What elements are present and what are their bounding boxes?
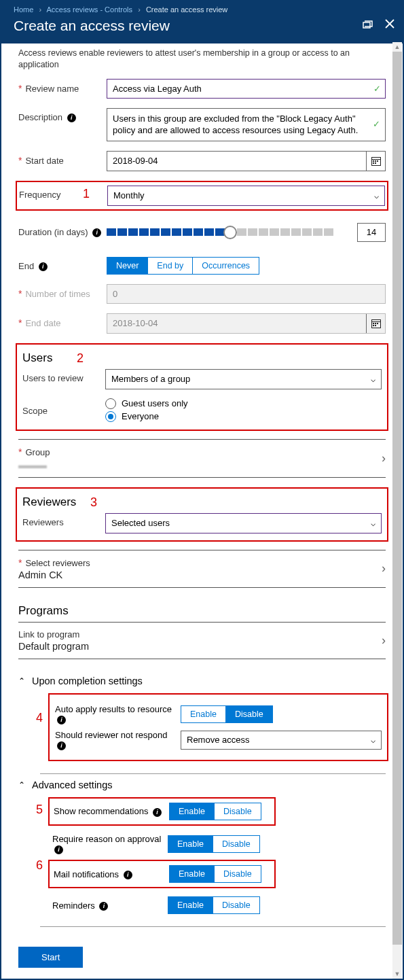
end-endby-button[interactable]: End by [147,257,193,275]
svg-rect-1 [365,21,372,27]
chevron-down-icon: ⌵ [371,519,375,528]
require-reason-label: Require reason on approval i [52,834,168,854]
advanced-settings-toggle[interactable]: ⌃ Advanced settings [18,780,386,790]
start-date-input[interactable] [107,151,386,171]
reviewers-heading: Reviewers 3 [22,495,382,509]
info-icon[interactable]: i [92,228,101,237]
auto-apply-disable-button[interactable]: Disable [225,705,273,723]
breadcrumb-current: Create an access review [146,5,227,14]
scope-everyone-radio[interactable]: Everyone [105,411,382,422]
duration-label: Duration (in days) i [18,223,107,237]
reviewers-label: Reviewers [22,513,105,527]
reminders-disable-button[interactable]: Disable [213,896,260,914]
info-icon[interactable]: i [67,113,76,122]
reminders-enable-button[interactable]: Enable [168,896,213,914]
slider-thumb[interactable] [223,226,237,239]
end-occurrences-button[interactable]: Occurrences [192,257,259,275]
window: Home › Access reviews - Controls › Creat… [0,0,404,980]
duration-value-input[interactable] [357,223,386,242]
not-respond-select[interactable]: Remove access ⌵ [181,731,382,750]
info-icon[interactable]: i [124,871,132,879]
end-date-field [107,314,366,332]
mail-disable-button[interactable]: Disable [214,865,261,883]
programs-heading: Programs [18,604,386,618]
info-icon[interactable]: i [39,262,48,271]
description-input[interactable]: Users in this group are excluded from th… [107,108,386,141]
info-icon[interactable]: i [153,808,162,817]
close-icon[interactable] [385,19,394,29]
group-value: ▬▬▬ [18,459,382,470]
svg-rect-8 [377,160,378,162]
breadcrumb-controls[interactable]: Access reviews - Controls [47,5,133,14]
require-reason-disable-button[interactable]: Disable [213,835,260,853]
scrollbar-thumb[interactable] [392,52,402,945]
breadcrumb-home[interactable]: Home [14,5,33,14]
chevron-right-icon: › [382,633,386,648]
auto-apply-label: Auto apply results to resource i [55,704,181,724]
chevron-down-icon: ⌵ [371,374,375,384]
group-selector[interactable]: Group ▬▬▬ › [18,444,386,473]
review-name-input[interactable] [107,79,386,99]
auto-apply-enable-button[interactable]: Enable [181,705,226,723]
info-icon[interactable]: i [57,741,66,750]
topbar: Home › Access reviews - Controls › Creat… [1,1,403,43]
svg-rect-15 [377,323,378,324]
chevron-up-icon: ⌃ [18,780,25,790]
select-reviewers-selector[interactable]: Select reviewers Admin CK › [18,555,386,583]
reminders-label: Reminders i [52,900,168,911]
info-icon[interactable]: i [57,716,66,724]
scroll-down-icon[interactable]: ▼ [392,969,402,979]
annotation-1: 1 [83,187,90,201]
info-icon[interactable]: i [99,902,108,911]
end-date-input [107,313,386,334]
require-reason-enable-button[interactable]: Enable [168,835,213,853]
end-date-label: End date [18,313,107,328]
link-to-program-selector[interactable]: Link to program Default program › [18,627,386,654]
check-icon: ✓ [373,84,381,94]
intro-text: Access reviews enable reviewers to attes… [18,48,386,71]
start-date-field[interactable] [107,152,366,170]
svg-rect-10 [375,162,376,164]
number-of-times-label: Number of times [18,284,107,299]
link-to-program-label: Link to program [18,629,382,640]
calendar-icon[interactable] [366,152,385,171]
svg-rect-6 [373,160,374,162]
info-icon[interactable]: i [54,845,63,854]
chevron-down-icon: ⌵ [371,735,375,745]
restore-icon[interactable] [363,20,373,29]
select-reviewers-value: Admin CK [18,570,382,580]
frequency-select[interactable]: Monthly ⌵ [107,186,385,206]
annotation-3: 3 [90,495,97,510]
annotation-box-4: Auto apply results to resource i Enable … [48,693,388,761]
link-to-program-value: Default program [18,641,382,652]
not-respond-label: Should reviewer not respond i [55,730,181,750]
review-name-label: Review name [18,79,107,94]
svg-rect-0 [363,22,370,28]
annotation-2: 2 [77,351,84,366]
mail-enable-button[interactable]: Enable [169,865,215,883]
show-rec-enable-button[interactable]: Enable [169,803,215,820]
completion-settings-toggle[interactable]: ⌃ Upon completion settings [18,676,386,686]
users-heading: Users 2 [22,351,382,365]
show-rec-disable-button[interactable]: Disable [214,803,261,820]
duration-slider[interactable] [107,226,350,239]
calendar-icon [366,314,385,333]
vertical-scrollbar[interactable]: ▲ ▼ [392,42,402,979]
end-never-button[interactable]: Never [107,257,148,275]
users-to-review-select[interactable]: Members of a group ⌵ [105,369,382,389]
window-controls [353,19,394,31]
start-button[interactable]: Start [18,947,83,968]
users-to-review-label: Users to review [22,369,105,383]
scope-guest-radio[interactable]: Guest users only [105,398,382,409]
chevron-down-icon: ⌵ [374,191,379,200]
reviewers-select[interactable]: Selected users ⌵ [105,513,382,533]
group-label: Group [18,447,382,457]
annotation-5: 5 [36,803,43,817]
end-label: End i [18,257,107,271]
chevron-right-icon: › [39,5,41,14]
svg-rect-13 [373,323,374,324]
content-pane: Access reviews enable reviewers to attes… [3,41,401,979]
scroll-up-icon[interactable]: ▲ [392,42,402,52]
chevron-right-icon: › [138,5,141,14]
annotation-box-6: Mail notifications i Enable Disable [48,860,276,888]
